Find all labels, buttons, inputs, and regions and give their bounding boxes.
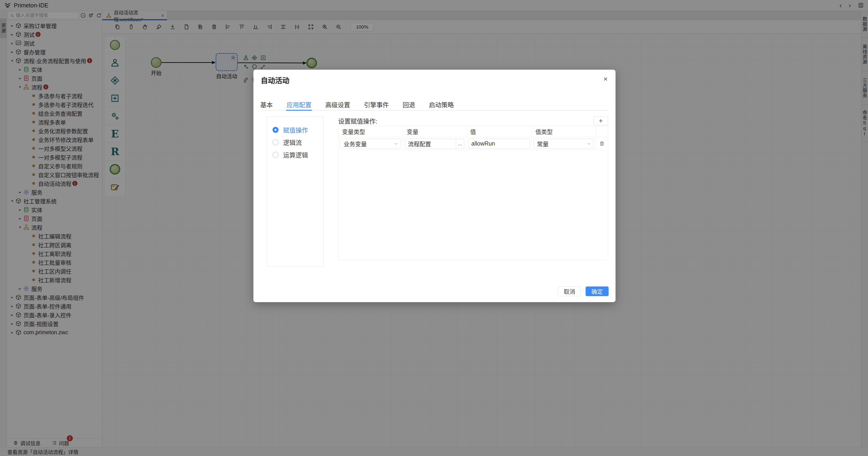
operation-type-label: 赋值操作 bbox=[283, 125, 308, 135]
cancel-button[interactable]: 取消 bbox=[558, 286, 581, 296]
table-header-cell: 变量类型 bbox=[338, 126, 403, 137]
dialog-close-icon[interactable]: × bbox=[603, 75, 608, 83]
operation-type-list: 赋值操作逻辑流运算逻辑 bbox=[267, 116, 323, 266]
dialog-tab[interactable]: 基本 bbox=[260, 100, 273, 110]
add-row-button[interactable]: + bbox=[593, 116, 608, 125]
dialog-tab[interactable]: 高级设置 bbox=[325, 100, 351, 110]
radio-icon[interactable] bbox=[273, 139, 279, 145]
value-input-wrap bbox=[468, 139, 530, 149]
dialog-tab[interactable]: 引擎事件 bbox=[364, 100, 389, 110]
table-header-cell: 值 bbox=[466, 126, 532, 137]
assignment-table-header: 变量类型变量值值类型 bbox=[338, 126, 608, 137]
operation-type-option[interactable]: 赋值操作 bbox=[267, 124, 323, 136]
operation-type-label: 逻辑流 bbox=[283, 138, 302, 147]
chevron-down-icon bbox=[394, 141, 399, 146]
var-type-value: 业务变量 bbox=[344, 140, 394, 148]
variable-picker-button[interactable]: ... bbox=[456, 139, 464, 148]
table-header-cell: 变量 bbox=[403, 126, 466, 137]
value-input[interactable] bbox=[469, 140, 529, 147]
radio-checked-icon[interactable] bbox=[273, 127, 279, 133]
operation-type-label: 运算逻辑 bbox=[283, 150, 308, 160]
assignment-section-header: 设置赋值操作: + bbox=[338, 116, 608, 126]
dialog-tab[interactable]: 回退 bbox=[402, 100, 415, 110]
assignment-table: 变量类型变量值值类型 业务变量 ... bbox=[338, 126, 608, 260]
chevron-down-icon bbox=[586, 141, 591, 146]
value-type-select[interactable]: 常量 bbox=[533, 139, 594, 149]
variable-input[interactable] bbox=[405, 140, 456, 147]
dialog-tab[interactable]: 启动策略 bbox=[429, 100, 454, 110]
dialog-tab[interactable]: 应用配置 bbox=[286, 100, 312, 110]
dialog-footer: 取消 确定 bbox=[558, 286, 609, 296]
table-header-cell: 值类型 bbox=[532, 126, 596, 137]
auto-activity-dialog: 自动活动 × 基本应用配置高级设置引擎事件回退启动策略 赋值操作逻辑流运算逻辑 … bbox=[253, 70, 616, 302]
delete-row-icon[interactable] bbox=[599, 141, 605, 147]
value-type-value: 常量 bbox=[537, 140, 586, 148]
operation-type-option[interactable]: 运算逻辑 bbox=[267, 148, 323, 161]
table-header-actions bbox=[596, 126, 608, 137]
ok-button[interactable]: 确定 bbox=[586, 286, 609, 296]
assignment-table-row: 业务变量 ... 常量 bbox=[338, 137, 608, 150]
var-type-select[interactable]: 业务变量 bbox=[340, 139, 401, 149]
operation-type-option[interactable]: 逻辑流 bbox=[267, 136, 323, 148]
dialog-title: 自动活动 bbox=[261, 75, 289, 85]
variable-input-group: ... bbox=[405, 139, 464, 149]
assignment-section-label: 设置赋值操作: bbox=[338, 116, 377, 125]
radio-icon[interactable] bbox=[273, 152, 279, 158]
dialog-tabs: 基本应用配置高级设置引擎事件回退启动策略 bbox=[260, 100, 609, 111]
